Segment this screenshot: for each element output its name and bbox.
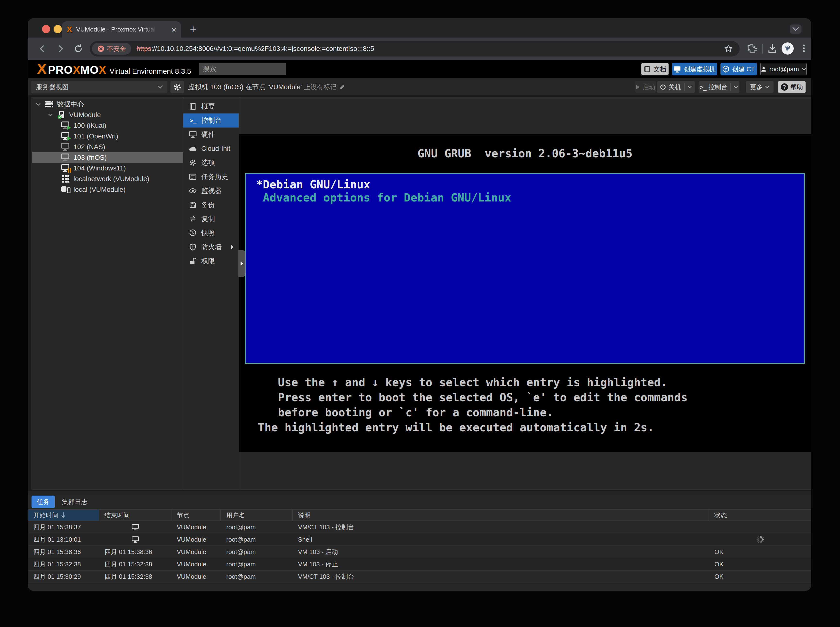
- menu-item-snapshots[interactable]: 快照: [183, 226, 239, 240]
- browser-menu-button[interactable]: [799, 43, 809, 54]
- tree-item-localnetwork[interactable]: localnetwork (VUModule): [32, 173, 183, 184]
- console-monitor-icon: [132, 524, 139, 531]
- cell-status: OK: [709, 573, 811, 580]
- start-button[interactable]: 启动: [635, 81, 656, 93]
- url-text: https://10.10.10.254:8006/#v1:0:=qemu%2F…: [137, 45, 374, 53]
- back-button[interactable]: [37, 43, 48, 54]
- menu-item-console[interactable]: >_ 控制台: [183, 113, 239, 128]
- tree-item-label: 100 (iKuai): [74, 122, 106, 129]
- chevron-down-icon[interactable]: [687, 86, 692, 88]
- column-label: 结束时间: [104, 511, 130, 520]
- menu-item-replication[interactable]: 复制: [183, 212, 239, 226]
- pve-header: X PROXMOX Virtual Environment 8.3.5 文档 创…: [28, 60, 811, 78]
- tree-item-vm-100[interactable]: 100 (iKuai): [32, 120, 183, 131]
- vm-menu: 概要 >_ 控制台 硬件 Cloud-Init 选项 任务历史: [183, 97, 239, 490]
- grub-entry-selected[interactable]: *Debian GNU/Linux: [256, 178, 804, 191]
- task-list-icon: [188, 173, 197, 180]
- new-tab-button[interactable]: +: [190, 24, 196, 35]
- menu-item-label: 硬件: [201, 130, 215, 139]
- task-panel-tabs: 任务 集群日志: [28, 495, 811, 509]
- column-header-end-time[interactable]: 结束时间: [99, 510, 172, 521]
- chevron-down-icon[interactable]: [47, 113, 54, 117]
- task-row[interactable]: 四月 01 15:30:29 四月 01 15:32:38 VUModule r…: [28, 570, 811, 583]
- extensions-button[interactable]: [746, 43, 757, 54]
- reload-button[interactable]: [73, 43, 84, 54]
- create-ct-button[interactable]: 创建 CT: [720, 63, 757, 76]
- address-bar[interactable]: 不安全 https://10.10.10.254:8006/#v1:0:=qem…: [90, 41, 740, 57]
- menu-item-task-history[interactable]: 任务历史: [183, 170, 239, 184]
- tree-item-vm-101[interactable]: 101 (OpenWrt): [32, 131, 183, 142]
- menu-item-permissions[interactable]: 权限: [183, 254, 239, 268]
- view-selector[interactable]: 服务器视图: [32, 81, 167, 93]
- traffic-minimize-button[interactable]: [54, 25, 62, 33]
- tree-item-vm-103-selected[interactable]: 103 (fnOS): [32, 152, 183, 163]
- chevron-down-icon[interactable]: [734, 86, 738, 88]
- tab-search-chevron-button[interactable]: [790, 25, 801, 34]
- traffic-close-button[interactable]: [42, 25, 50, 33]
- task-row[interactable]: 四月 01 15:32:38 四月 01 15:32:38 VUModule r…: [28, 558, 811, 570]
- task-row[interactable]: 四月 01 15:38:36 四月 01 15:38:36 VUModule r…: [28, 546, 811, 558]
- tree-item-vm-102[interactable]: 102 (NAS): [32, 142, 183, 152]
- column-header-description[interactable]: 说明: [293, 510, 709, 521]
- proxmox-x-icon: X: [37, 62, 47, 76]
- menu-item-monitor[interactable]: 监视器: [183, 184, 239, 198]
- console-split-button[interactable]: >_ 控制台: [699, 81, 739, 93]
- bookmark-button[interactable]: [723, 44, 733, 54]
- panel-footer-strip: [28, 583, 811, 591]
- tab-cluster-log[interactable]: 集群日志: [61, 498, 88, 506]
- menu-item-cloudinit[interactable]: Cloud-Init: [183, 142, 239, 156]
- help-button[interactable]: ? 帮助: [778, 81, 805, 93]
- menu-item-label: 任务历史: [201, 172, 229, 181]
- task-row[interactable]: 四月 01 13:10:01 VUModule root@pam Shell: [28, 533, 811, 546]
- column-header-user[interactable]: 用户名: [221, 510, 293, 521]
- user-menu-button[interactable]: root@pam: [760, 63, 807, 76]
- column-header-node[interactable]: 节点: [172, 510, 221, 521]
- column-label: 状态: [714, 511, 727, 520]
- resource-tree: 数据中心 VUModule 100 (iKuai) 101 (OpenWrt) …: [32, 97, 183, 490]
- chevron-down-icon[interactable]: [35, 103, 41, 106]
- tree-item-vm-104[interactable]: 104 (Windows11): [32, 163, 183, 173]
- tab-close-icon[interactable]: ×: [172, 25, 176, 34]
- chevron-down-icon: [765, 86, 769, 88]
- tree-item-local-storage[interactable]: local (VUModule): [32, 184, 183, 195]
- tree-item-datacenter[interactable]: 数据中心: [32, 99, 183, 110]
- tree-item-label: VUModule: [69, 111, 101, 119]
- tab-tasks[interactable]: 任务: [32, 496, 55, 508]
- tags-area[interactable]: 没有标记: [310, 78, 345, 96]
- cell-start-time: 四月 01 15:38:37: [28, 523, 99, 531]
- task-row[interactable]: 四月 01 15:38:37 VUModule root@pam VM/CT 1…: [28, 521, 811, 533]
- puzzle-icon: [746, 43, 757, 54]
- panel-expand-handle[interactable]: [238, 250, 245, 277]
- menu-item-options[interactable]: 选项: [183, 156, 239, 170]
- menu-item-summary[interactable]: 概要: [183, 99, 239, 113]
- grub-entry-advanced[interactable]: Advanced options for Debian GNU/Linux: [256, 191, 804, 204]
- create-vm-button[interactable]: 创建虚拟机: [672, 63, 717, 76]
- tree-item-node-vumodule[interactable]: VUModule: [32, 110, 183, 120]
- more-button[interactable]: 更多: [746, 81, 774, 93]
- cell-node: VUModule: [172, 573, 221, 580]
- download-button[interactable]: [767, 43, 778, 54]
- browser-toolbar: 不安全 https://10.10.10.254:8006/#v1:0:=qem…: [28, 38, 811, 60]
- browser-tab[interactable]: X VUModule - Proxmox Virtual E ×: [62, 21, 181, 38]
- shutdown-split-button[interactable]: 关机: [657, 81, 695, 93]
- gear-icon: [173, 83, 181, 91]
- global-search-input[interactable]: [199, 63, 286, 75]
- view-settings-button[interactable]: [170, 81, 184, 93]
- pencil-icon[interactable]: [339, 84, 345, 90]
- menu-item-firewall[interactable]: 防火墙: [183, 240, 239, 254]
- novnc-canvas[interactable]: GNU GRUB version 2.06-3~deb11u5 *Debian …: [239, 134, 811, 452]
- task-log-panel: 任务 集群日志 开始时间 结束时间 节点 用户名 说明 状态 四月 01 15:…: [28, 495, 811, 591]
- vm-toolbar-row: 服务器视图 虚拟机 103 (fnOS) 在节点 'VUModule' 上 没有…: [28, 78, 811, 96]
- forward-button[interactable]: [55, 43, 66, 54]
- page-title: 虚拟机 103 (fnOS) 在节点 'VUModule' 上: [188, 78, 310, 96]
- cell-description: VM 103 - 停止: [293, 560, 709, 569]
- column-header-status[interactable]: 状态: [709, 510, 811, 521]
- menu-item-hardware[interactable]: 硬件: [183, 128, 239, 142]
- documentation-button[interactable]: 文档: [641, 63, 668, 76]
- url-scheme: https: [137, 45, 151, 52]
- profile-avatar[interactable]: [782, 43, 794, 55]
- security-chip[interactable]: 不安全: [92, 43, 131, 55]
- column-header-start-time[interactable]: 开始时间: [28, 510, 99, 521]
- terminal-icon: >_: [188, 117, 197, 124]
- menu-item-backup[interactable]: 备份: [183, 198, 239, 212]
